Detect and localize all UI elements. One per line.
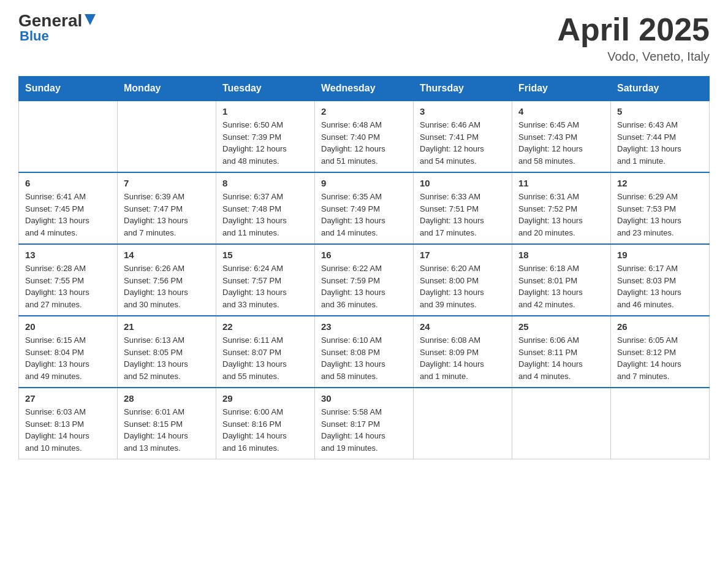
day-info: Sunrise: 6:05 AM Sunset: 8:12 PM Dayligh… [617,334,703,382]
calendar-cell: 12Sunrise: 6:29 AM Sunset: 7:53 PM Dayli… [611,172,710,244]
day-info: Sunrise: 6:20 AM Sunset: 8:00 PM Dayligh… [420,262,506,310]
location-subtitle: Vodo, Veneto, Italy [557,50,710,64]
header-cell-monday: Monday [118,77,216,101]
calendar-cell [19,101,118,172]
calendar-cell [512,388,611,459]
day-number: 16 [321,250,407,260]
calendar-cell: 1Sunrise: 6:50 AM Sunset: 7:39 PM Daylig… [216,101,315,172]
logo-text-general: General [18,12,82,29]
day-info: Sunrise: 6:43 AM Sunset: 7:44 PM Dayligh… [617,119,703,167]
calendar-cell: 17Sunrise: 6:20 AM Sunset: 8:00 PM Dayli… [414,244,512,316]
logo-text-blue: Blue [20,28,49,44]
day-info: Sunrise: 6:24 AM Sunset: 7:57 PM Dayligh… [222,262,308,310]
day-info: Sunrise: 6:13 AM Sunset: 8:05 PM Dayligh… [124,334,210,382]
calendar-body: 1Sunrise: 6:50 AM Sunset: 7:39 PM Daylig… [19,101,710,459]
calendar-cell: 25Sunrise: 6:06 AM Sunset: 8:11 PM Dayli… [512,316,611,388]
calendar-cell: 6Sunrise: 6:41 AM Sunset: 7:45 PM Daylig… [19,172,118,244]
calendar-cell: 30Sunrise: 5:58 AM Sunset: 8:17 PM Dayli… [315,388,414,459]
header-cell-sunday: Sunday [19,77,118,101]
calendar-cell: 4Sunrise: 6:45 AM Sunset: 7:43 PM Daylig… [512,101,611,172]
day-number: 12 [617,178,703,188]
calendar-cell: 29Sunrise: 6:00 AM Sunset: 8:16 PM Dayli… [216,388,315,459]
day-info: Sunrise: 6:11 AM Sunset: 8:07 PM Dayligh… [222,334,308,382]
calendar-header: SundayMondayTuesdayWednesdayThursdayFrid… [19,77,710,101]
calendar-cell: 16Sunrise: 6:22 AM Sunset: 7:59 PM Dayli… [315,244,414,316]
day-number: 27 [25,393,111,404]
day-info: Sunrise: 6:46 AM Sunset: 7:41 PM Dayligh… [420,119,506,167]
day-number: 14 [124,250,210,260]
header-cell-friday: Friday [512,77,611,101]
day-info: Sunrise: 6:06 AM Sunset: 8:11 PM Dayligh… [518,334,604,382]
header-cell-saturday: Saturday [611,77,710,101]
logo: General Blue [18,12,97,44]
day-number: 18 [518,250,604,260]
svg-marker-0 [85,14,96,25]
day-number: 8 [222,178,308,188]
day-number: 22 [222,321,308,332]
day-number: 21 [124,321,210,332]
calendar-week-row: 27Sunrise: 6:03 AM Sunset: 8:13 PM Dayli… [19,388,710,459]
day-number: 28 [124,393,210,404]
day-info: Sunrise: 6:03 AM Sunset: 8:13 PM Dayligh… [25,406,111,454]
day-info: Sunrise: 6:01 AM Sunset: 8:15 PM Dayligh… [124,406,210,454]
calendar-cell: 2Sunrise: 6:48 AM Sunset: 7:40 PM Daylig… [315,101,414,172]
day-number: 15 [222,250,308,260]
calendar-cell: 5Sunrise: 6:43 AM Sunset: 7:44 PM Daylig… [611,101,710,172]
day-info: Sunrise: 6:50 AM Sunset: 7:39 PM Dayligh… [222,119,308,167]
day-info: Sunrise: 6:00 AM Sunset: 8:16 PM Dayligh… [222,406,308,454]
header-cell-tuesday: Tuesday [216,77,315,101]
day-number: 19 [617,250,703,260]
calendar-cell: 24Sunrise: 6:08 AM Sunset: 8:09 PM Dayli… [414,316,512,388]
day-number: 6 [25,178,111,188]
header-cell-wednesday: Wednesday [315,77,414,101]
calendar-cell: 15Sunrise: 6:24 AM Sunset: 7:57 PM Dayli… [216,244,315,316]
day-number: 26 [617,321,703,332]
logo-triangle-icon [83,13,97,26]
calendar-week-row: 13Sunrise: 6:28 AM Sunset: 7:55 PM Dayli… [19,244,710,316]
day-number: 10 [420,178,506,188]
month-title: April 2025 [557,12,710,47]
calendar-cell: 13Sunrise: 6:28 AM Sunset: 7:55 PM Dayli… [19,244,118,316]
calendar-cell: 21Sunrise: 6:13 AM Sunset: 8:05 PM Dayli… [118,316,216,388]
day-info: Sunrise: 6:17 AM Sunset: 8:03 PM Dayligh… [617,262,703,310]
day-number: 4 [518,106,604,117]
day-info: Sunrise: 6:45 AM Sunset: 7:43 PM Dayligh… [518,119,604,167]
calendar-cell: 11Sunrise: 6:31 AM Sunset: 7:52 PM Dayli… [512,172,611,244]
day-number: 29 [222,393,308,404]
calendar-week-row: 1Sunrise: 6:50 AM Sunset: 7:39 PM Daylig… [19,101,710,172]
calendar-cell [611,388,710,459]
calendar-cell: 20Sunrise: 6:15 AM Sunset: 8:04 PM Dayli… [19,316,118,388]
day-number: 23 [321,321,407,332]
day-info: Sunrise: 6:29 AM Sunset: 7:53 PM Dayligh… [617,191,703,239]
day-info: Sunrise: 6:28 AM Sunset: 7:55 PM Dayligh… [25,262,111,310]
calendar-cell: 22Sunrise: 6:11 AM Sunset: 8:07 PM Dayli… [216,316,315,388]
day-info: Sunrise: 6:10 AM Sunset: 8:08 PM Dayligh… [321,334,407,382]
day-number: 25 [518,321,604,332]
day-number: 5 [617,106,703,117]
day-number: 2 [321,106,407,117]
calendar-cell [118,101,216,172]
day-number: 1 [222,106,308,117]
calendar-week-row: 20Sunrise: 6:15 AM Sunset: 8:04 PM Dayli… [19,316,710,388]
header-cell-thursday: Thursday [414,77,512,101]
calendar-week-row: 6Sunrise: 6:41 AM Sunset: 7:45 PM Daylig… [19,172,710,244]
day-info: Sunrise: 6:35 AM Sunset: 7:49 PM Dayligh… [321,191,407,239]
calendar-cell [414,388,512,459]
calendar-cell: 9Sunrise: 6:35 AM Sunset: 7:49 PM Daylig… [315,172,414,244]
day-number: 7 [124,178,210,188]
day-info: Sunrise: 5:58 AM Sunset: 8:17 PM Dayligh… [321,406,407,454]
day-info: Sunrise: 6:33 AM Sunset: 7:51 PM Dayligh… [420,191,506,239]
day-number: 30 [321,393,407,404]
day-info: Sunrise: 6:08 AM Sunset: 8:09 PM Dayligh… [420,334,506,382]
calendar-cell: 10Sunrise: 6:33 AM Sunset: 7:51 PM Dayli… [414,172,512,244]
calendar-cell: 26Sunrise: 6:05 AM Sunset: 8:12 PM Dayli… [611,316,710,388]
calendar-cell: 27Sunrise: 6:03 AM Sunset: 8:13 PM Dayli… [19,388,118,459]
calendar-cell: 8Sunrise: 6:37 AM Sunset: 7:48 PM Daylig… [216,172,315,244]
day-info: Sunrise: 6:37 AM Sunset: 7:48 PM Dayligh… [222,191,308,239]
day-info: Sunrise: 6:39 AM Sunset: 7:47 PM Dayligh… [124,191,210,239]
calendar-cell: 18Sunrise: 6:18 AM Sunset: 8:01 PM Dayli… [512,244,611,316]
day-info: Sunrise: 6:48 AM Sunset: 7:40 PM Dayligh… [321,119,407,167]
calendar-table: SundayMondayTuesdayWednesdayThursdayFrid… [18,76,710,459]
day-info: Sunrise: 6:26 AM Sunset: 7:56 PM Dayligh… [124,262,210,310]
title-block: April 2025 Vodo, Veneto, Italy [557,12,710,64]
